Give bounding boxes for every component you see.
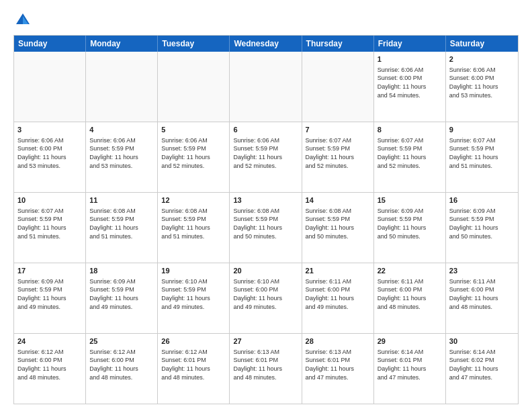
day-number: 10	[17, 195, 82, 205]
calendar-header: SundayMondayTuesdayWednesdayThursdayFrid…	[14, 36, 518, 52]
calendar-cell-27: 27Sunrise: 6:13 AM Sunset: 6:01 PM Dayli…	[230, 334, 302, 404]
cell-info: Sunrise: 6:12 AM Sunset: 6:00 PM Dayligh…	[89, 348, 154, 381]
calendar-cell-24: 24Sunrise: 6:12 AM Sunset: 6:00 PM Dayli…	[14, 334, 86, 404]
day-number: 18	[89, 266, 154, 276]
day-number: 22	[378, 266, 442, 276]
calendar-cell-20: 20Sunrise: 6:10 AM Sunset: 6:00 PM Dayli…	[230, 263, 302, 333]
calendar-row-3: 10Sunrise: 6:07 AM Sunset: 5:59 PM Dayli…	[14, 193, 518, 263]
calendar-body: 1Sunrise: 6:06 AM Sunset: 6:00 PM Daylig…	[14, 52, 518, 404]
calendar-cell-14: 14Sunrise: 6:08 AM Sunset: 5:59 PM Dayli…	[302, 193, 374, 263]
calendar-cell-30: 30Sunrise: 6:14 AM Sunset: 6:02 PM Dayli…	[446, 334, 518, 404]
calendar-cell-8: 8Sunrise: 6:07 AM Sunset: 5:59 PM Daylig…	[374, 122, 446, 192]
calendar-cell-empty-0-3	[230, 52, 302, 122]
calendar-cell-21: 21Sunrise: 6:11 AM Sunset: 6:00 PM Dayli…	[302, 263, 374, 333]
cell-info: Sunrise: 6:08 AM Sunset: 5:59 PM Dayligh…	[89, 207, 154, 240]
calendar-cell-11: 11Sunrise: 6:08 AM Sunset: 5:59 PM Dayli…	[86, 193, 158, 263]
day-number: 19	[161, 266, 226, 276]
day-number: 7	[306, 125, 370, 135]
day-number: 30	[449, 336, 515, 347]
calendar-cell-1: 1Sunrise: 6:06 AM Sunset: 6:00 PM Daylig…	[374, 52, 446, 122]
cell-info: Sunrise: 6:11 AM Sunset: 6:00 PM Dayligh…	[449, 277, 515, 311]
day-number: 8	[378, 125, 442, 135]
cell-info: Sunrise: 6:06 AM Sunset: 6:00 PM Dayligh…	[17, 136, 82, 170]
calendar-cell-10: 10Sunrise: 6:07 AM Sunset: 5:59 PM Dayli…	[14, 193, 86, 263]
day-number: 4	[89, 125, 154, 135]
header-day-friday: Friday	[374, 36, 446, 52]
cell-info: Sunrise: 6:14 AM Sunset: 6:01 PM Dayligh…	[378, 348, 442, 381]
cell-info: Sunrise: 6:14 AM Sunset: 6:02 PM Dayligh…	[449, 348, 515, 381]
calendar-cell-19: 19Sunrise: 6:10 AM Sunset: 5:59 PM Dayli…	[158, 263, 230, 333]
day-number: 1	[378, 54, 442, 64]
calendar-cell-13: 13Sunrise: 6:08 AM Sunset: 5:59 PM Dayli…	[230, 193, 302, 263]
cell-info: Sunrise: 6:11 AM Sunset: 6:00 PM Dayligh…	[306, 277, 370, 311]
cell-info: Sunrise: 6:09 AM Sunset: 5:59 PM Dayligh…	[378, 207, 442, 240]
header-day-monday: Monday	[86, 36, 158, 52]
day-number: 25	[89, 336, 154, 347]
cell-info: Sunrise: 6:08 AM Sunset: 5:59 PM Dayligh…	[233, 207, 298, 240]
header-day-saturday: Saturday	[446, 36, 518, 52]
calendar-cell-28: 28Sunrise: 6:13 AM Sunset: 6:01 PM Dayli…	[302, 334, 374, 404]
day-number: 29	[378, 336, 442, 347]
calendar-cell-22: 22Sunrise: 6:11 AM Sunset: 6:00 PM Dayli…	[374, 263, 446, 333]
day-number: 12	[161, 195, 226, 205]
cell-info: Sunrise: 6:06 AM Sunset: 6:00 PM Dayligh…	[449, 66, 515, 99]
header-day-wednesday: Wednesday	[230, 36, 302, 52]
calendar-cell-12: 12Sunrise: 6:08 AM Sunset: 5:59 PM Dayli…	[158, 193, 230, 263]
day-number: 6	[233, 125, 298, 135]
cell-info: Sunrise: 6:12 AM Sunset: 6:01 PM Dayligh…	[161, 348, 226, 381]
cell-info: Sunrise: 6:08 AM Sunset: 5:59 PM Dayligh…	[306, 207, 370, 240]
day-number: 17	[17, 266, 82, 276]
cell-info: Sunrise: 6:13 AM Sunset: 6:01 PM Dayligh…	[306, 348, 370, 381]
calendar-row-5: 24Sunrise: 6:12 AM Sunset: 6:00 PM Dayli…	[14, 334, 518, 404]
day-number: 5	[161, 125, 226, 135]
calendar-cell-empty-0-4	[302, 52, 374, 122]
day-number: 11	[89, 195, 154, 205]
cell-info: Sunrise: 6:06 AM Sunset: 5:59 PM Dayligh…	[161, 136, 226, 170]
cell-info: Sunrise: 6:07 AM Sunset: 5:59 PM Dayligh…	[449, 136, 515, 170]
calendar-row-1: 1Sunrise: 6:06 AM Sunset: 6:00 PM Daylig…	[14, 52, 518, 122]
cell-info: Sunrise: 6:08 AM Sunset: 5:59 PM Dayligh…	[161, 207, 226, 240]
cell-info: Sunrise: 6:09 AM Sunset: 5:59 PM Dayligh…	[89, 277, 154, 311]
day-number: 20	[233, 266, 298, 276]
page: SundayMondayTuesdayWednesdayThursdayFrid…	[0, 0, 532, 411]
calendar-cell-2: 2Sunrise: 6:06 AM Sunset: 6:00 PM Daylig…	[446, 52, 518, 122]
calendar-cell-25: 25Sunrise: 6:12 AM Sunset: 6:00 PM Dayli…	[86, 334, 158, 404]
day-number: 27	[233, 336, 298, 347]
calendar: SundayMondayTuesdayWednesdayThursdayFrid…	[13, 35, 519, 404]
cell-info: Sunrise: 6:09 AM Sunset: 5:59 PM Dayligh…	[449, 207, 515, 240]
header-day-tuesday: Tuesday	[158, 36, 230, 52]
calendar-cell-empty-0-0	[14, 52, 86, 122]
calendar-cell-7: 7Sunrise: 6:07 AM Sunset: 5:59 PM Daylig…	[302, 122, 374, 192]
calendar-row-4: 17Sunrise: 6:09 AM Sunset: 5:59 PM Dayli…	[14, 263, 518, 334]
cell-info: Sunrise: 6:10 AM Sunset: 6:00 PM Dayligh…	[233, 277, 298, 311]
cell-info: Sunrise: 6:07 AM Sunset: 5:59 PM Dayligh…	[306, 136, 370, 170]
header-day-thursday: Thursday	[302, 36, 374, 52]
calendar-cell-9: 9Sunrise: 6:07 AM Sunset: 5:59 PM Daylig…	[446, 122, 518, 192]
day-number: 9	[449, 125, 515, 135]
header	[13, 11, 519, 30]
calendar-cell-empty-0-2	[158, 52, 230, 122]
day-number: 23	[449, 266, 515, 276]
day-number: 15	[378, 195, 442, 205]
calendar-cell-4: 4Sunrise: 6:06 AM Sunset: 5:59 PM Daylig…	[86, 122, 158, 192]
day-number: 14	[306, 195, 370, 205]
cell-info: Sunrise: 6:06 AM Sunset: 5:59 PM Dayligh…	[233, 136, 298, 170]
cell-info: Sunrise: 6:07 AM Sunset: 5:59 PM Dayligh…	[17, 207, 82, 240]
calendar-cell-23: 23Sunrise: 6:11 AM Sunset: 6:00 PM Dayli…	[446, 263, 518, 333]
calendar-row-2: 3Sunrise: 6:06 AM Sunset: 6:00 PM Daylig…	[14, 122, 518, 193]
cell-info: Sunrise: 6:06 AM Sunset: 5:59 PM Dayligh…	[89, 136, 154, 170]
calendar-cell-empty-0-1	[86, 52, 158, 122]
cell-info: Sunrise: 6:10 AM Sunset: 5:59 PM Dayligh…	[161, 277, 226, 311]
day-number: 28	[306, 336, 370, 347]
cell-info: Sunrise: 6:11 AM Sunset: 6:00 PM Dayligh…	[378, 277, 442, 311]
calendar-cell-6: 6Sunrise: 6:06 AM Sunset: 5:59 PM Daylig…	[230, 122, 302, 192]
calendar-cell-29: 29Sunrise: 6:14 AM Sunset: 6:01 PM Dayli…	[374, 334, 446, 404]
cell-info: Sunrise: 6:07 AM Sunset: 5:59 PM Dayligh…	[378, 136, 442, 170]
header-day-sunday: Sunday	[14, 36, 86, 52]
logo-icon	[13, 11, 32, 30]
day-number: 3	[17, 125, 82, 135]
day-number: 26	[161, 336, 226, 347]
logo	[13, 11, 35, 30]
day-number: 13	[233, 195, 298, 205]
calendar-cell-17: 17Sunrise: 6:09 AM Sunset: 5:59 PM Dayli…	[14, 263, 86, 333]
